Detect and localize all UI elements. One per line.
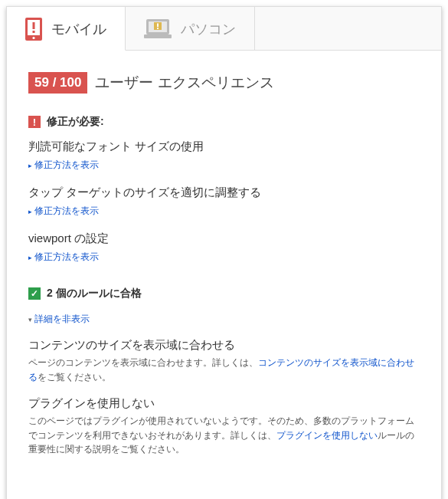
- passed-header: ✓ 2 個のルールに合格: [28, 287, 420, 300]
- passed-header-label: 2 個のルールに合格: [47, 287, 142, 300]
- rule-title: タップ ターゲットのサイズを適切に調整する: [28, 185, 420, 200]
- fix-required-header: ! 修正が必要:: [28, 115, 420, 129]
- desktop-alert-icon: [144, 19, 172, 39]
- tab-mobile-label: モバイル: [51, 20, 106, 38]
- show-fix-link[interactable]: 修正方法を表示: [28, 159, 420, 172]
- tab-bar: モバイル パソコン: [7, 7, 441, 51]
- passed-rule-desc: ページのコンテンツを表示域に合わせます。詳しくは、コンテンツのサイズを表示域に合…: [28, 356, 420, 384]
- passed-rule: プラグインを使用しない このページではプラグインが使用されていないようです。その…: [28, 396, 420, 457]
- score-row: 59 / 100 ユーザー エクスペリエンス: [28, 72, 420, 94]
- desc-text: をご覧ください。: [38, 372, 111, 382]
- rule-title: 判読可能なフォント サイズの使用: [28, 140, 420, 154]
- passed-section: ✓ 2 個のルールに合格 詳細を非表示 コンテンツのサイズを表示域に合わせる ペ…: [28, 287, 420, 457]
- show-fix-link[interactable]: 修正方法を表示: [28, 251, 420, 264]
- tab-mobile[interactable]: モバイル: [7, 7, 126, 51]
- passed-rule: コンテンツのサイズを表示域に合わせる ページのコンテンツを表示域に合わせます。詳…: [28, 338, 420, 384]
- svg-rect-10: [157, 28, 159, 29]
- rule-title: viewport の設定: [28, 231, 420, 246]
- score-title: ユーザー エクスペリエンス: [95, 73, 273, 93]
- content-area: 59 / 100 ユーザー エクスペリエンス ! 修正が必要: 判読可能なフォン…: [7, 51, 441, 499]
- alert-icon: !: [28, 116, 41, 128]
- passed-rule-title: コンテンツのサイズを表示域に合わせる: [28, 338, 420, 353]
- fix-required-label: 修正が必要:: [47, 115, 104, 129]
- passed-rule-title: プラグインを使用しない: [28, 396, 420, 411]
- check-icon: ✓: [28, 287, 41, 300]
- learn-more-link[interactable]: プラグインを使用しない: [276, 430, 378, 441]
- tab-desktop-label: パソコン: [181, 20, 236, 38]
- desc-text: ページのコンテンツを表示域に合わせます。詳しくは、: [28, 357, 258, 368]
- score-badge: 59 / 100: [28, 72, 87, 94]
- svg-rect-9: [157, 24, 159, 28]
- rule-item: viewport の設定 修正方法を表示: [28, 231, 420, 264]
- rule-item: タップ ターゲットのサイズを適切に調整する 修正方法を表示: [28, 185, 420, 218]
- passed-rule-desc: このページではプラグインが使用されていないようです。そのため、多数のプラットフォ…: [28, 414, 420, 457]
- hide-details-link[interactable]: 詳細を非表示: [28, 313, 90, 326]
- svg-rect-3: [33, 22, 35, 29]
- mobile-alert-icon: [25, 18, 42, 41]
- tab-desktop[interactable]: パソコン: [126, 7, 255, 50]
- svg-point-2: [32, 37, 34, 39]
- svg-rect-4: [33, 31, 35, 33]
- results-panel: モバイル パソコン 59 / 100 ユーザー エクスペリエンス ! 修正が必要…: [6, 6, 442, 499]
- show-fix-link[interactable]: 修正方法を表示: [28, 205, 420, 218]
- rule-item: 判読可能なフォント サイズの使用 修正方法を表示: [28, 140, 420, 172]
- svg-rect-7: [144, 34, 172, 38]
